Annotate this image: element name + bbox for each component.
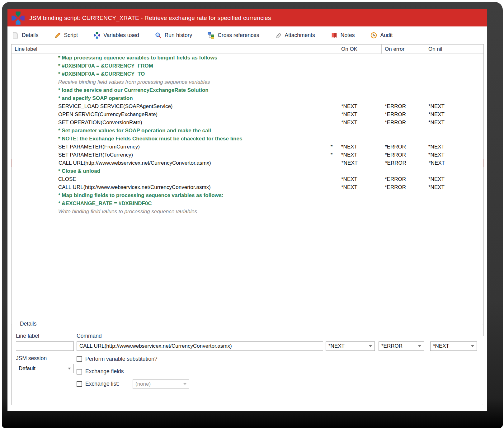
command-input[interactable] bbox=[77, 341, 323, 351]
script-row[interactable]: * load the service and our CurrrencyExch… bbox=[12, 86, 483, 94]
toolbar-item-label: Cross references bbox=[218, 32, 259, 39]
command-cell: * load the service and our CurrrencyExch… bbox=[55, 87, 325, 93]
column-header-line-label[interactable]: Line label bbox=[12, 45, 55, 54]
script-row[interactable]: * NOTE: the Exchange Fields Checkbox mus… bbox=[12, 135, 483, 143]
chevron-down-icon bbox=[369, 345, 372, 347]
perform-variable-substitution-row: Perform variable substitution? bbox=[77, 356, 158, 362]
toolbar-item-label: Notes bbox=[341, 32, 355, 39]
on-nil-cell: *NEXT bbox=[425, 152, 483, 158]
script-row[interactable]: * #DXBINDF0A = &CURRENCY_TO bbox=[12, 70, 483, 78]
screenshot-page: JSM binding script: CURRENCY_XRATE - Ret… bbox=[0, 0, 504, 428]
exchange-fields-checkbox[interactable] bbox=[77, 369, 82, 374]
on-error-cell: *ERROR bbox=[382, 176, 425, 182]
toolbar-item-notes[interactable]: Notes bbox=[331, 32, 355, 39]
script-row[interactable]: SET PARAMETER(ToCurrency)**NEXT*ERROR*NE… bbox=[12, 151, 483, 159]
toolbar-item-label: Run history bbox=[165, 32, 192, 39]
exchange-flag-cell: * bbox=[325, 152, 338, 158]
toolbar-item-details[interactable]: Details bbox=[12, 32, 39, 39]
paperclip-icon bbox=[275, 32, 282, 39]
command-cell: SERVICE_LOAD SERVICE(SOAPAgentService) bbox=[55, 103, 325, 110]
on-nil-select[interactable]: *NEXT bbox=[430, 341, 477, 351]
command-cell: SET OPERATION(ConversionRate) bbox=[55, 120, 325, 126]
script-row[interactable]: Write binding field values to processing… bbox=[12, 208, 483, 216]
command-cell: * Set parameter values for SOAP operatio… bbox=[55, 128, 325, 134]
on-error-cell: *ERROR bbox=[382, 184, 425, 190]
jsm-session-select[interactable]: Default bbox=[16, 364, 74, 373]
on-nil-cell: *NEXT bbox=[425, 176, 483, 182]
script-row-selected[interactable]: CALL URL(http://www.webservicex.net/Curr… bbox=[12, 159, 483, 167]
command-cell: * Map processing equence variables to bi… bbox=[55, 55, 325, 61]
on-nil-cell: *NEXT bbox=[425, 120, 483, 126]
script-row[interactable]: * and specify SOAP operation bbox=[12, 94, 483, 102]
chevron-down-icon bbox=[183, 383, 186, 385]
script-row[interactable]: * Map processing equence variables to bi… bbox=[12, 54, 483, 62]
script-row[interactable]: * Set parameter values for SOAP operatio… bbox=[12, 127, 483, 135]
exchange-list-select[interactable]: (none) bbox=[133, 379, 189, 389]
details-panel: Details Line label Command *NEXT *ERROR … bbox=[11, 324, 483, 405]
toolbar-item-label: Details bbox=[22, 32, 39, 39]
exchange-list-value: (none) bbox=[135, 381, 151, 387]
chevron-down-icon bbox=[68, 368, 71, 369]
script-row[interactable]: OPEN SERVICE(CurrencyExchangeRate)*NEXT*… bbox=[12, 111, 483, 119]
hierarchy-icon bbox=[208, 32, 215, 39]
on-ok-cell: *NEXT bbox=[338, 111, 382, 118]
exchange-list-checkbox[interactable] bbox=[77, 381, 82, 387]
on-ok-select[interactable]: *NEXT bbox=[326, 341, 375, 351]
toolbar-item-attachments[interactable]: Attachments bbox=[275, 32, 315, 39]
script-row[interactable]: * Map binding fields to processing seque… bbox=[12, 191, 483, 200]
script-row[interactable]: CLOSE*NEXT*ERROR*NEXT bbox=[12, 175, 483, 183]
exchange-flag-cell: * bbox=[325, 144, 338, 150]
on-error-cell: *ERROR bbox=[382, 103, 425, 110]
chevron-down-icon bbox=[418, 345, 421, 347]
toolbar: DetailsScriptVariables usedRun historyCr… bbox=[7, 26, 487, 44]
on-ok-cell: *NEXT bbox=[338, 103, 382, 110]
on-ok-cell: *NEXT bbox=[338, 184, 382, 190]
exchange-list-row: Exchange list: bbox=[77, 381, 119, 387]
script-row[interactable]: CALL URL(http://www.webservicex.net/Curr… bbox=[12, 183, 483, 191]
toolbar-item-label: Script bbox=[64, 32, 78, 39]
on-nil-cell: *NEXT bbox=[425, 184, 483, 190]
jsm-session-value: Default bbox=[19, 365, 35, 372]
command-cell: SET PARAMETER(FromCurrency) bbox=[55, 144, 325, 150]
on-ok-value: *NEXT bbox=[328, 343, 345, 349]
column-header-on-nil[interactable]: On nil bbox=[425, 45, 483, 54]
clock-icon bbox=[370, 32, 377, 39]
app-window: JSM binding script: CURRENCY_XRATE - Ret… bbox=[7, 9, 487, 411]
line-label-input[interactable] bbox=[16, 341, 74, 351]
chevron-down-icon bbox=[471, 345, 474, 347]
command-cell: Write binding field values to processing… bbox=[55, 209, 325, 215]
command-cell: * #DXBINDF0A = &CURRENCY_FROM bbox=[55, 63, 325, 69]
line-label-label: Line label bbox=[16, 333, 39, 339]
on-ok-cell: *NEXT bbox=[338, 160, 382, 166]
on-nil-cell: *NEXT bbox=[425, 103, 483, 110]
script-row[interactable]: Receive binding field values from proces… bbox=[12, 78, 483, 86]
on-ok-cell: *NEXT bbox=[338, 120, 382, 126]
script-row[interactable]: * #DXBINDF0A = &CURRENCY_FROM bbox=[12, 62, 483, 70]
toolbar-item-script[interactable]: Script bbox=[54, 32, 78, 39]
perform-variable-substitution-checkbox[interactable] bbox=[77, 356, 82, 362]
command-cell: OPEN SERVICE(CurrencyExchangeRate) bbox=[55, 111, 325, 118]
toolbar-item-cross-references[interactable]: Cross references bbox=[208, 32, 259, 39]
column-header-on-ok[interactable]: On OK bbox=[338, 45, 382, 54]
toolbar-item-run-history[interactable]: Run history bbox=[155, 32, 192, 39]
grid-header: Line label On OK On error On nil bbox=[12, 45, 483, 54]
perform-variable-substitution-label: Perform variable substitution? bbox=[85, 356, 158, 362]
script-row[interactable]: SERVICE_LOAD SERVICE(SOAPAgentService)*N… bbox=[12, 102, 483, 111]
on-error-value: *ERROR bbox=[381, 343, 403, 349]
exchange-fields-row: Exchange fields bbox=[77, 368, 124, 375]
script-row[interactable]: * &EXCHANGE_RATE = #DXBINDF0C bbox=[12, 200, 483, 208]
script-row[interactable]: SET PARAMETER(FromCurrency)**NEXT*ERROR*… bbox=[12, 143, 483, 151]
command-cell: * Close & unload bbox=[55, 168, 325, 174]
book-icon bbox=[331, 32, 338, 39]
script-row[interactable]: * Close & unload bbox=[12, 167, 483, 175]
on-error-select[interactable]: *ERROR bbox=[379, 341, 424, 351]
column-header-on-error[interactable]: On error bbox=[382, 45, 425, 54]
column-header-exchange-flag[interactable] bbox=[325, 45, 338, 54]
command-cell: CALL URL(http://www.webservicex.net/Curr… bbox=[55, 160, 325, 166]
command-cell: * NOTE: the Exchange Fields Checkbox mus… bbox=[55, 136, 325, 142]
column-header-command[interactable] bbox=[55, 45, 325, 54]
toolbar-item-variables-used[interactable]: Variables used bbox=[93, 32, 139, 39]
toolbar-item-audit[interactable]: Audit bbox=[370, 32, 393, 39]
script-row[interactable]: SET OPERATION(ConversionRate)*NEXT*ERROR… bbox=[12, 119, 483, 127]
command-cell: * &EXCHANGE_RATE = #DXBINDF0C bbox=[55, 200, 325, 207]
